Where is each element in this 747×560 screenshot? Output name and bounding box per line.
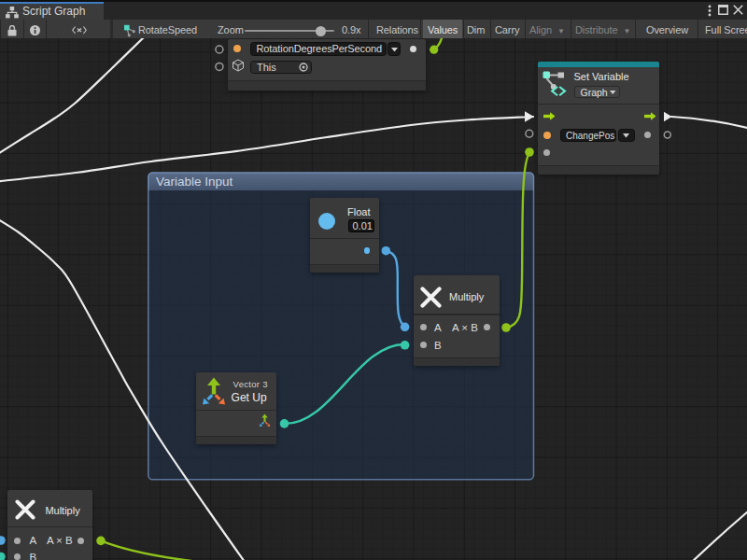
svg-text:Variable Input: Variable Input [156, 175, 233, 189]
